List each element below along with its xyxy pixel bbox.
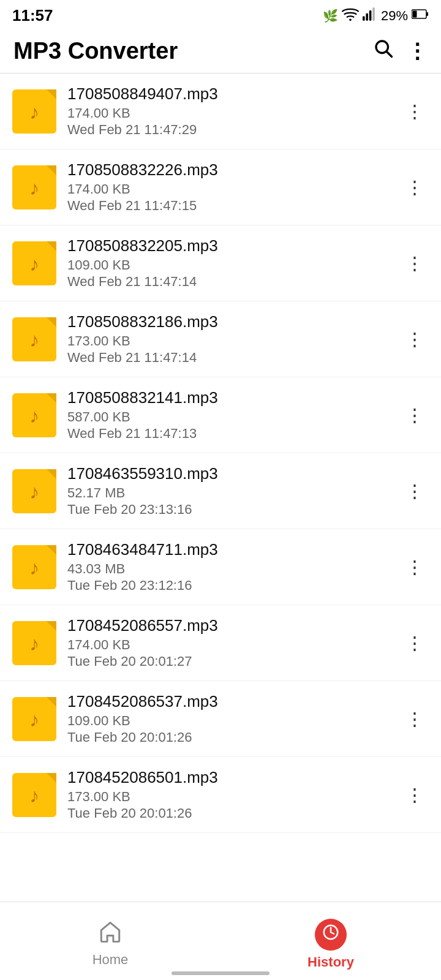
file-more-options-icon[interactable]: ⋮ — [401, 703, 429, 734]
file-icon-wrap: ♪ — [12, 89, 56, 134]
file-info: 1708463484711.mp3 43.03 MB Tue Feb 20 23… — [67, 540, 401, 594]
signal-icon — [363, 7, 377, 24]
file-size: 587.00 KB — [67, 409, 401, 425]
file-date: Tue Feb 20 20:01:27 — [67, 654, 401, 669]
file-info: 1708463559310.mp3 52.17 MB Tue Feb 20 23… — [67, 464, 401, 518]
app-bar: MP3 Converter ⋮ — [0, 29, 441, 74]
svg-line-9 — [386, 51, 391, 56]
file-more-options-icon[interactable]: ⋮ — [401, 96, 429, 127]
file-info: 1708508832205.mp3 109.00 KB Wed Feb 21 1… — [67, 236, 401, 290]
file-icon-wrap: ♪ — [12, 773, 56, 817]
wifi-icon — [342, 7, 359, 24]
app-title: MP3 Converter — [13, 38, 178, 64]
svg-rect-3 — [369, 10, 372, 21]
file-name: 1708463559310.mp3 — [67, 464, 401, 483]
file-item: ♪ 1708508832141.mp3 587.00 KB Wed Feb 21… — [0, 377, 441, 453]
file-date: Tue Feb 20 20:01:26 — [67, 729, 401, 745]
file-list: ♪ 1708508849407.mp3 174.00 KB Wed Feb 21… — [0, 74, 441, 913]
file-info: 1708508849407.mp3 174.00 KB Wed Feb 21 1… — [67, 85, 401, 138]
file-icon-bg: ♪ — [12, 697, 56, 741]
svg-point-0 — [349, 19, 352, 21]
file-name: 1708508832141.mp3 — [67, 388, 401, 407]
music-note-icon: ♪ — [29, 785, 39, 807]
file-size: 109.00 KB — [67, 257, 401, 273]
file-icon-wrap: ♪ — [12, 241, 56, 285]
status-bar: 11:57 🌿 29% — [0, 0, 441, 29]
music-note-icon: ♪ — [29, 329, 39, 352]
file-size: 173.00 KB — [67, 333, 401, 349]
file-more-options-icon[interactable]: ⋮ — [401, 247, 429, 279]
bottom-nav: Home History — [0, 902, 441, 980]
file-more-options-icon[interactable]: ⋮ — [401, 475, 429, 507]
file-date: Wed Feb 21 11:47:15 — [67, 198, 401, 214]
music-note-icon: ♪ — [29, 481, 39, 503]
svg-rect-1 — [363, 17, 365, 21]
file-size: 43.03 MB — [67, 561, 401, 577]
file-name: 1708463484711.mp3 — [67, 540, 401, 559]
file-icon-bg: ♪ — [12, 241, 56, 285]
file-more-options-icon[interactable]: ⋮ — [401, 172, 429, 203]
file-more-options-icon[interactable]: ⋮ — [401, 399, 429, 431]
file-name: 1708452086501.mp3 — [67, 768, 401, 787]
file-name: 1708452086557.mp3 — [67, 616, 401, 635]
file-date: Wed Feb 21 11:47:13 — [67, 426, 401, 442]
more-options-icon[interactable]: ⋮ — [407, 39, 428, 63]
file-date: Wed Feb 21 11:47:29 — [67, 122, 401, 138]
music-note-icon: ♪ — [29, 557, 39, 579]
file-name: 1708508832186.mp3 — [67, 312, 401, 331]
file-icon-bg: ♪ — [12, 165, 56, 209]
nav-home-label: Home — [92, 952, 129, 968]
battery-icon — [412, 9, 429, 23]
file-more-options-icon[interactable]: ⋮ — [401, 627, 429, 658]
file-item: ♪ 1708508832205.mp3 109.00 KB Wed Feb 21… — [0, 225, 441, 301]
music-note-icon: ♪ — [29, 253, 39, 276]
home-icon — [98, 921, 123, 948]
file-name: 1708452086537.mp3 — [67, 692, 401, 711]
nav-home[interactable]: Home — [0, 914, 221, 968]
file-item: ♪ 1708508832186.mp3 173.00 KB Wed Feb 21… — [0, 301, 441, 377]
file-more-options-icon[interactable]: ⋮ — [401, 779, 429, 810]
file-date: Tue Feb 20 23:12:16 — [67, 578, 401, 594]
file-icon-bg: ♪ — [12, 89, 56, 134]
status-time: 11:57 — [12, 6, 53, 25]
file-icon-bg: ♪ — [12, 317, 56, 361]
nav-history-label: History — [307, 954, 354, 970]
leaf-icon: 🌿 — [323, 9, 338, 23]
file-icon-bg: ♪ — [12, 773, 56, 817]
file-item: ♪ 1708508832226.mp3 174.00 KB Wed Feb 21… — [0, 149, 441, 225]
file-date: Wed Feb 21 11:47:14 — [67, 350, 401, 366]
search-icon[interactable] — [372, 37, 394, 64]
svg-rect-6 — [426, 12, 428, 16]
history-icon-wrap — [315, 919, 347, 951]
file-info: 1708452086537.mp3 109.00 KB Tue Feb 20 2… — [67, 692, 401, 745]
file-name: 1708508832226.mp3 — [67, 160, 401, 179]
file-more-options-icon[interactable]: ⋮ — [401, 323, 429, 355]
file-info: 1708508832226.mp3 174.00 KB Wed Feb 21 1… — [67, 160, 401, 214]
file-item: ♪ 1708452086557.mp3 174.00 KB Tue Feb 20… — [0, 605, 441, 681]
file-name: 1708508832205.mp3 — [67, 236, 401, 255]
file-info: 1708508832141.mp3 587.00 KB Wed Feb 21 1… — [67, 388, 401, 442]
file-size: 173.00 KB — [67, 789, 401, 805]
file-size: 174.00 KB — [67, 105, 401, 121]
music-note-icon: ♪ — [29, 177, 39, 200]
file-date: Wed Feb 21 11:47:14 — [67, 274, 401, 290]
file-icon-bg: ♪ — [12, 621, 56, 665]
file-item: ♪ 1708452086501.mp3 173.00 KB Tue Feb 20… — [0, 757, 441, 833]
file-more-options-icon[interactable]: ⋮ — [401, 551, 429, 582]
svg-rect-4 — [372, 7, 375, 21]
music-note-icon: ♪ — [29, 633, 39, 655]
file-icon-wrap: ♪ — [12, 545, 56, 589]
file-icon-wrap: ♪ — [12, 469, 56, 513]
file-info: 1708452086501.mp3 173.00 KB Tue Feb 20 2… — [67, 768, 401, 821]
file-item: ♪ 1708508849407.mp3 174.00 KB Wed Feb 21… — [0, 74, 441, 149]
file-item: ♪ 1708452086537.mp3 109.00 KB Tue Feb 20… — [0, 681, 441, 757]
nav-history[interactable]: History — [221, 913, 441, 970]
file-date: Tue Feb 20 23:13:16 — [67, 502, 401, 518]
svg-rect-2 — [366, 13, 368, 21]
file-info: 1708452086557.mp3 174.00 KB Tue Feb 20 2… — [67, 616, 401, 669]
file-icon-wrap: ♪ — [12, 621, 56, 665]
file-icon-bg: ♪ — [12, 469, 56, 513]
music-note-icon: ♪ — [29, 709, 39, 731]
gesture-bar — [172, 971, 270, 975]
file-icon-wrap: ♪ — [12, 317, 56, 361]
